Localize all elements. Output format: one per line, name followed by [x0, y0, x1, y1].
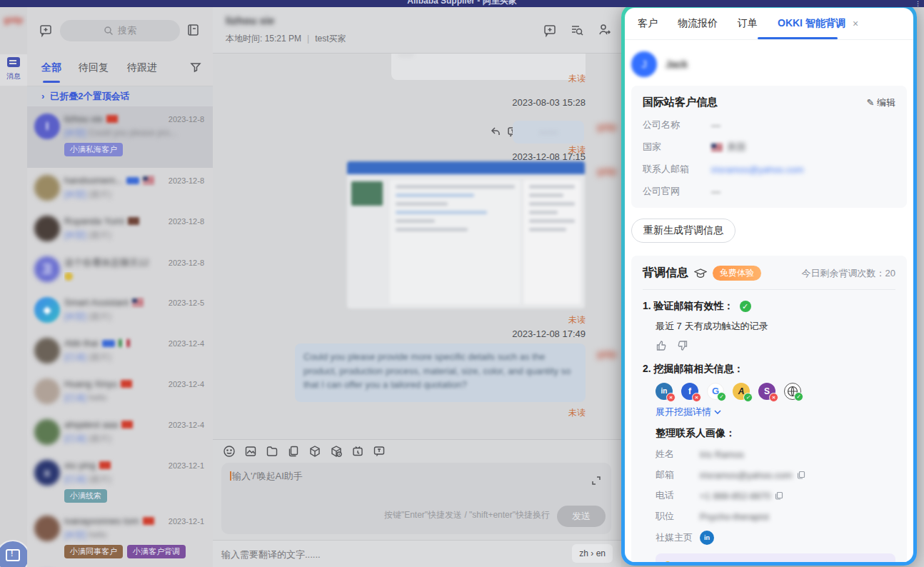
emoji-dot	[64, 272, 73, 281]
conversation-sidebar: 搜索 全部 待回复 待跟进 ›已折叠2个置顶会话 l lizhou xie202…	[27, 7, 214, 567]
product-cube-icon[interactable]	[308, 445, 321, 458]
tab-logistics-quote[interactable]: 物流报价	[678, 17, 718, 30]
free-trial-badge: 免费体验	[713, 266, 761, 281]
tab-to-reply[interactable]: 待回复	[79, 61, 109, 74]
system-menu-dots-icon[interactable]: ⋮	[915, 0, 922, 7]
website-globe-icon: ✓	[784, 383, 801, 400]
message-bubble-text: Could you please provide more specific d…	[295, 343, 586, 402]
message-input[interactable]: 输入'/'唤起AI助手 按键"Enter"快捷发送 / "shift+enter…	[221, 463, 611, 534]
screenshot-titlebar	[347, 161, 585, 174]
left-nav-rail: gidp 消息	[0, 7, 28, 567]
message-timestamp: 2023-12-08 17:15	[512, 151, 586, 162]
tab-okki-background-check[interactable]: OKKI 智能背调	[778, 17, 845, 30]
tag-colleague-customer: 小满同事客户	[64, 545, 123, 558]
avatar	[34, 378, 60, 404]
text-caret	[230, 471, 231, 481]
schedule-icon[interactable]	[351, 445, 364, 458]
emoji-icon[interactable]	[223, 445, 236, 458]
nav-item-messages[interactable]: 消息	[0, 54, 27, 86]
flag-it-icon	[119, 339, 130, 347]
conversation-item[interactable]: 卫 这个你看休息聊天122023-12-8	[27, 249, 213, 290]
thumbs-down-icon[interactable]	[677, 340, 688, 351]
chat-header: lizhou xie 本地时间: 15:21 PM|test买家	[213, 7, 621, 54]
chat-history-search-icon[interactable]	[570, 23, 584, 37]
chevron-down-icon	[714, 410, 721, 414]
remaining-quota: 今日剩余背调次数：20	[802, 267, 895, 280]
filter-funnel-icon[interactable]	[190, 61, 201, 73]
new-chat-icon[interactable]	[39, 23, 53, 37]
composer: 输入'/'唤起AI助手 按键"Enter"快捷发送 / "shift+enter…	[213, 439, 621, 541]
copy-icon[interactable]	[775, 491, 783, 500]
message-bubble-icon	[7, 57, 20, 67]
conversation-item[interactable]: Abb thai2023-12-4 [已读] (图片)	[27, 331, 213, 371]
thumbs-up-icon[interactable]	[656, 340, 667, 351]
avatar	[34, 419, 60, 445]
apollo-icon: A✓	[733, 383, 750, 400]
tag-lead: 小满线索	[64, 489, 107, 503]
conversation-item[interactable]: ivanayvonnes tom2023-12-1 [外贸] hello 小满同…	[27, 508, 213, 563]
conversation-item[interactable]: x xiu ying2023-12-1 [已读] (图片) 小满线索	[27, 453, 213, 508]
conversation-item[interactable]: handsomem...2023-12-8 [外贸] (图片)	[27, 168, 213, 209]
background-title: 背调信息	[643, 266, 688, 281]
reply-icon[interactable]	[490, 126, 501, 137]
search-input[interactable]: 搜索	[60, 20, 180, 41]
edit-button[interactable]: ✎ 编辑	[866, 96, 895, 109]
local-time: 本地时间: 15:21 PM	[226, 34, 301, 44]
conversation-item[interactable]: h hab cook2023-12-1	[27, 563, 213, 567]
level-badge	[126, 177, 139, 184]
file-icon[interactable]	[266, 445, 278, 458]
quote-cube-icon[interactable]	[330, 445, 343, 458]
feedback-button[interactable]	[0, 540, 30, 567]
conversation-item[interactable]: ahqatest aaa2023-12-4 [已读] (图片)	[27, 412, 213, 453]
tab-to-follow[interactable]: 待跟进	[127, 61, 157, 74]
contact-email-link[interactable]: irisramos@yahoo.com	[711, 164, 804, 175]
linkedin-profile-icon[interactable]: in	[700, 531, 714, 545]
expand-input-icon[interactable]	[591, 476, 601, 486]
tab-orders[interactable]: 订单	[738, 17, 758, 30]
country-value: 美国	[727, 141, 745, 154]
flag-cn-icon	[143, 517, 154, 525]
google-icon: G✓	[707, 383, 724, 400]
conversation-item[interactable]: ◆ Smart Assistant2023-12-5 [外贸] (图片)	[27, 290, 213, 331]
contacts-book-icon[interactable]	[186, 23, 200, 37]
conversation-name: lizhou xie	[64, 114, 103, 124]
copy-icon[interactable]	[797, 471, 805, 479]
avatar: l	[34, 114, 60, 139]
flag-icon	[128, 217, 139, 225]
avatar	[34, 175, 60, 201]
add-chat-icon[interactable]	[543, 23, 557, 37]
conversation-date: 2023-12-8	[169, 115, 204, 124]
tag-private-customer: 小满私海客户	[64, 143, 123, 156]
avatar: x	[34, 460, 60, 486]
transfer-contact-icon[interactable]	[597, 23, 611, 37]
flag-cn-icon	[99, 461, 111, 469]
background-info-card: 背调信息 免费体验 今日剩余背调次数：20 1. 验证邮箱有效性：✓ 最近 7 …	[631, 256, 907, 562]
flag-cn-icon	[106, 115, 118, 123]
close-tab-icon[interactable]: ×	[853, 18, 858, 29]
copy-doc-icon[interactable]	[287, 445, 300, 458]
language-direction-select[interactable]: zh › en	[572, 544, 613, 563]
okki-panel: 客户 物流报价 订单 OKKI 智能背调 × J Jack 国际站客户信息 ✎ …	[625, 8, 913, 562]
conversation-item-selected[interactable]: l lizhou xie2023-12-8 [外贸] Could you ple…	[27, 106, 213, 168]
feedback-chat-icon	[6, 549, 20, 561]
unread-status: 未读	[568, 73, 586, 85]
image-upload-icon[interactable]	[244, 445, 257, 458]
send-hint: 按键"Enter"快捷发送 / "shift+enter"快捷换行	[384, 509, 550, 521]
screenshot-image-message[interactable]	[347, 161, 585, 308]
pencil-icon: ✎	[866, 97, 874, 108]
tab-all[interactable]: 全部	[41, 61, 61, 74]
message-area: ····· 未读 2023-08-03 15:28 ······ gidp 未读…	[213, 53, 621, 439]
conversation-item[interactable]: Huang Xinyu2023-12-4 [已读] hello	[27, 371, 213, 412]
window-titlebar: Alibaba Supplier - 阿里买家	[0, 0, 924, 7]
send-button[interactable]: 发送	[557, 506, 606, 527]
conversation-item[interactable]: Ruyanda Yumi2023-12-8 [外贸] (图片)	[27, 209, 213, 249]
pinned-collapsed-banner[interactable]: ›已折叠2个置顶会话	[27, 86, 213, 106]
contact-name-value: Iris Ramos	[700, 449, 744, 460]
translate-input[interactable]: 输入需要翻译的文字......	[221, 548, 321, 561]
regenerate-background-button[interactable]: 重新生成背调信息	[631, 219, 735, 243]
search-icon	[104, 26, 114, 36]
expand-mining-details-link[interactable]: 展开挖掘详情	[656, 406, 895, 418]
ai-translate-icon[interactable]	[373, 445, 386, 458]
tab-customer[interactable]: 客户	[638, 17, 658, 30]
linkedin-icon: in×	[656, 383, 673, 400]
